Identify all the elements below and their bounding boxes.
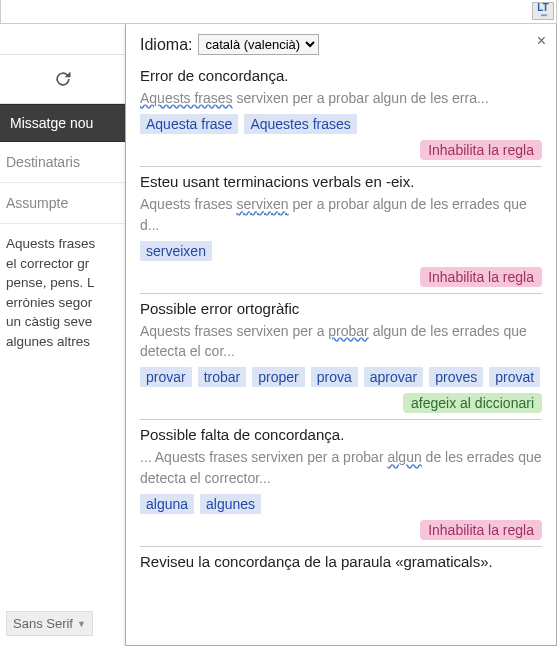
suggestion-row: provartrobarproperprovaaprovarprovesprov… [140,367,542,387]
highlighted-error: servixen [237,196,289,212]
body-line: el corrector gr [6,254,119,274]
issue-list: Error de concordança.Aquests frases serv… [140,67,542,580]
action-row: afegeix al diccionari [140,393,542,413]
suggestion-chip[interactable]: algunes [200,494,261,514]
main-container: Missatge nou Destinataris Assumpte Aques… [0,24,557,646]
issue-context: Aquests frases servixen per a probar alg… [140,194,542,235]
highlighted-error: algun [387,449,421,465]
lt-badge-text: LT [537,3,548,13]
action-row: Inhabilita la regla [140,140,542,160]
suggestion-chip[interactable]: proper [252,367,304,387]
action-row: Inhabilita la regla [140,520,542,540]
disable-rule-button[interactable]: Inhabilita la regla [420,267,542,287]
disable-rule-button[interactable]: Inhabilita la regla [420,520,542,540]
issue-block: Reviseu la concordança de la paraula «gr… [140,553,542,580]
issue-block: Possible error ortogràficAquests frases … [140,300,542,421]
action-row: Inhabilita la regla [140,267,542,287]
body-line: Aquests frases [6,234,119,254]
close-button[interactable]: × [537,32,546,50]
recipients-field[interactable]: Destinataris [0,142,125,183]
suggestion-chip[interactable]: trobar [198,367,247,387]
issue-context: ... Aquests frases servixen per a probar… [140,447,542,488]
body-line: pense, pens. L [6,273,119,293]
wave-icon: 〰 [541,13,546,19]
compose-button[interactable]: Missatge nou [0,104,125,142]
language-row: Idioma: català (valencià) [140,34,542,55]
suggestion-chip[interactable]: alguna [140,494,194,514]
highlighted-error: probar [328,323,368,339]
suggestion-chip[interactable]: Aquesta frase [140,114,238,134]
issue-context: Aquests frases servixen per a probar alg… [140,88,542,108]
suggestion-row: serveixen [140,241,542,261]
highlighted-error: Aquests frases [140,90,233,106]
address-bar[interactable]: LT 〰 [0,0,557,24]
toolbar-row [0,54,125,104]
language-label: Idioma: [140,36,192,54]
compose-pane: Missatge nou Destinataris Assumpte Aques… [0,24,125,646]
suggestion-chip[interactable]: proves [429,367,483,387]
font-picker[interactable]: Sans Serif ▼ [6,611,93,636]
issue-block: Error de concordança.Aquests frases serv… [140,67,542,167]
lt-extension-icon[interactable]: LT 〰 [532,2,554,20]
issue-context: Aquests frases servixen per a probar alg… [140,321,542,362]
issue-block: Esteu usant terminacions verbals en -eix… [140,173,542,294]
suggestion-chip[interactable]: prova [311,367,358,387]
suggestion-chip[interactable]: aprovar [364,367,423,387]
suggestion-chip[interactable]: Aquestes frases [244,114,356,134]
suggestion-chip[interactable]: provat [489,367,540,387]
suggestion-row: Aquesta fraseAquestes frases [140,114,542,134]
language-select[interactable]: català (valencià) [198,34,319,55]
issue-title: Esteu usant terminacions verbals en -eix… [140,173,542,190]
issue-title: Possible falta de concordança. [140,426,542,443]
disable-rule-button[interactable]: Inhabilita la regla [420,140,542,160]
add-to-dictionary-button[interactable]: afegeix al diccionari [403,393,542,413]
subject-field[interactable]: Assumpte [0,183,125,224]
body-line: algunes altres [6,332,119,352]
issue-block: Possible falta de concordança.... Aquest… [140,426,542,547]
suggestion-chip[interactable]: serveixen [140,241,212,261]
issue-title: Reviseu la concordança de la paraula «gr… [140,553,542,570]
issue-title: Possible error ortogràfic [140,300,542,317]
suggestion-row: algunaalgunes [140,494,542,514]
chevron-down-icon: ▼ [77,619,86,629]
body-line: un càstig seve [6,312,119,332]
suggestion-chip[interactable]: provar [140,367,192,387]
issue-title: Error de concordança. [140,67,542,84]
font-picker-label: Sans Serif [13,616,73,631]
body-line: errònies segor [6,293,119,313]
refresh-button[interactable] [48,64,78,94]
message-body-preview[interactable]: Aquests frases el corrector gr pense, pe… [0,224,125,361]
refresh-icon [53,69,73,89]
language-tool-popup: × Idioma: català (valencià) Error de con… [125,24,557,646]
